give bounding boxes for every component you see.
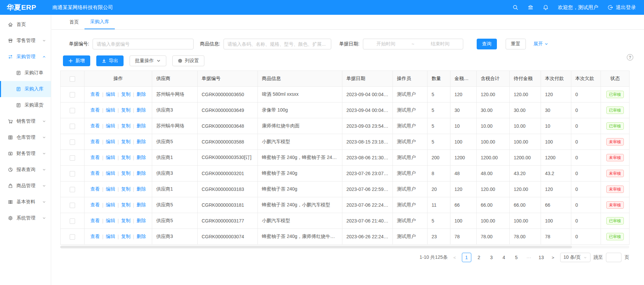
action-link-删除[interactable]: 删除 <box>136 234 146 240</box>
action-link-删除[interactable]: 删除 <box>136 202 146 208</box>
action-link-删除[interactable]: 删除 <box>136 107 146 113</box>
action-link-编辑[interactable]: 编辑 <box>106 170 115 176</box>
action-link-删除[interactable]: 删除 <box>136 139 146 145</box>
sidebar-item-财务管理[interactable]: 财务管理 <box>0 146 51 162</box>
expand-filters-link[interactable]: 展开 <box>534 41 548 47</box>
action-link-查看[interactable]: 查看 <box>91 123 100 129</box>
logout-button[interactable]: 退出登录 <box>607 4 636 11</box>
page-button-4[interactable]: 4 <box>499 253 509 262</box>
action-link-复制[interactable]: 复制 <box>121 202 131 208</box>
action-link-复制[interactable]: 复制 <box>121 123 131 129</box>
page-size-select[interactable]: 10 条/页 <box>560 253 590 262</box>
action-link-删除[interactable]: 删除 <box>136 170 146 176</box>
cell-debt: 0 <box>571 181 601 197</box>
action-link-复制[interactable]: 复制 <box>121 107 131 113</box>
export-button[interactable]: 导出 <box>96 55 124 66</box>
row-checkbox[interactable] <box>70 203 75 208</box>
column-settings-button[interactable]: 列设置 <box>172 55 204 66</box>
row-checkbox[interactable] <box>70 171 75 176</box>
date-range-picker[interactable]: 开始时间 ~ 结束时间 <box>363 39 463 49</box>
action-link-编辑[interactable]: 编辑 <box>106 218 115 224</box>
row-checkbox[interactable] <box>70 187 75 192</box>
action-link-复制[interactable]: 复制 <box>121 234 131 240</box>
action-link-编辑[interactable]: 编辑 <box>106 186 115 192</box>
scrollbar-thumb[interactable] <box>60 246 572 248</box>
row-checkbox[interactable] <box>70 92 75 97</box>
action-link-删除[interactable]: 删除 <box>136 218 146 224</box>
action-link-复制[interactable]: 复制 <box>121 91 131 97</box>
action-link-查看[interactable]: 查看 <box>91 218 100 224</box>
page-button-13[interactable]: 13 <box>537 253 546 262</box>
next-page-button[interactable]: > <box>549 255 557 260</box>
action-link-删除[interactable]: 删除 <box>136 123 146 129</box>
row-checkbox[interactable] <box>70 139 75 145</box>
page-button-5[interactable]: 5 <box>512 253 521 262</box>
sidebar-item-采购订单[interactable]: 采购订单 <box>0 65 51 81</box>
sidebar-item-首页[interactable]: 首页 <box>0 16 51 33</box>
action-link-编辑[interactable]: 编辑 <box>106 123 115 129</box>
action-link-查看[interactable]: 查看 <box>91 155 100 161</box>
action-link-复制[interactable]: 复制 <box>121 170 131 176</box>
sidebar-item-仓库管理[interactable]: 仓库管理 <box>0 129 51 146</box>
action-link-删除[interactable]: 删除 <box>136 186 146 192</box>
row-checkbox[interactable] <box>70 234 75 240</box>
sidebar-item-销售管理[interactable]: 销售管理 <box>0 113 51 129</box>
cell-qty: 20 <box>428 181 450 197</box>
sidebar-item-采购退货[interactable]: 采购退货 <box>0 97 51 113</box>
action-link-删除[interactable]: 删除 <box>136 91 146 97</box>
sidebar-item-报表查询[interactable]: 报表查询 <box>0 162 51 178</box>
horizontal-scrollbar[interactable] <box>60 246 629 248</box>
action-link-编辑[interactable]: 编辑 <box>106 155 115 161</box>
row-checkbox[interactable] <box>70 124 75 129</box>
search-icon[interactable] <box>512 4 518 10</box>
bank-icon[interactable] <box>528 4 534 10</box>
action-link-查看[interactable]: 查看 <box>91 202 100 208</box>
sidebar-item-基本资料[interactable]: 基本资料 <box>0 194 51 210</box>
bill-no-input[interactable] <box>93 39 194 49</box>
search-button[interactable]: 查询 <box>477 39 497 49</box>
cell-paid: 10 <box>541 118 571 134</box>
sidebar-item-商品管理[interactable]: 商品管理 <box>0 178 51 194</box>
batch-actions-button[interactable]: 批量操作 <box>130 55 166 66</box>
page-button-2[interactable]: 2 <box>474 253 484 262</box>
action-link-删除[interactable]: 删除 <box>136 155 146 161</box>
action-link-复制[interactable]: 复制 <box>121 139 131 145</box>
row-checkbox[interactable] <box>70 155 75 161</box>
action-link-复制[interactable]: 复制 <box>121 186 131 192</box>
action-link-复制[interactable]: 复制 <box>121 155 131 161</box>
material-input[interactable] <box>224 39 331 49</box>
row-checkbox[interactable] <box>70 218 75 224</box>
action-link-编辑[interactable]: 编辑 <box>106 107 115 113</box>
tab-home[interactable]: 首页 <box>64 15 84 29</box>
action-link-编辑[interactable]: 编辑 <box>106 139 115 145</box>
page-button-1[interactable]: 1 <box>462 253 471 262</box>
action-link-查看[interactable]: 查看 <box>91 170 100 176</box>
action-link-编辑[interactable]: 编辑 <box>106 234 115 240</box>
action-link-编辑[interactable]: 编辑 <box>106 202 115 208</box>
action-link-查看[interactable]: 查看 <box>91 186 100 192</box>
warehouse-icon <box>8 135 13 140</box>
action-link-编辑[interactable]: 编辑 <box>106 91 115 97</box>
select-all-checkbox[interactable] <box>70 76 75 82</box>
sidebar-item-采购入库[interactable]: 采购入库 <box>0 81 51 97</box>
bell-icon[interactable] <box>543 4 549 10</box>
prev-page-button[interactable]: < <box>451 255 459 260</box>
help-icon[interactable]: ? <box>627 54 633 60</box>
jump-page-input[interactable] <box>606 253 621 262</box>
action-link-复制[interactable]: 复制 <box>121 218 131 224</box>
cell-total: 30 <box>450 103 477 118</box>
sidebar-item-label: 采购管理 <box>16 54 35 60</box>
action-link-查看[interactable]: 查看 <box>91 107 100 113</box>
action-link-查看[interactable]: 查看 <box>91 234 100 240</box>
sidebar-item-采购管理[interactable]: 采购管理 <box>0 49 51 65</box>
row-checkbox[interactable] <box>70 108 75 113</box>
add-button[interactable]: 新增 <box>63 55 90 66</box>
row-select-cell <box>61 213 84 229</box>
action-link-查看[interactable]: 查看 <box>91 91 100 97</box>
sidebar-item-零售管理[interactable]: 零售管理 <box>0 33 51 49</box>
sidebar-item-系统管理[interactable]: 系统管理 <box>0 210 51 226</box>
reset-button[interactable]: 重置 <box>506 39 526 49</box>
action-link-查看[interactable]: 查看 <box>91 139 100 145</box>
tab-purchase-inbound[interactable]: 采购入库 <box>84 15 115 29</box>
page-button-3[interactable]: 3 <box>487 253 496 262</box>
